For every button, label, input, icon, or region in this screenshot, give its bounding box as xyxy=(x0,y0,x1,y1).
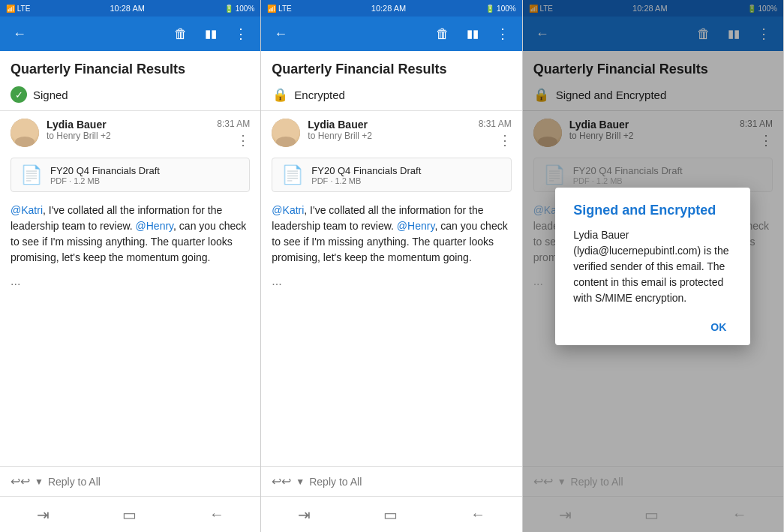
bottom-nav-1: ⇥ ▭ ← xyxy=(0,496,260,532)
status-bar-2: 📶 LTE 10:28 AM 🔋 100% xyxy=(261,0,521,17)
reply-icon-1: ↩↩ xyxy=(11,474,30,488)
email-time-area-2: 8:31 AM ⋮ xyxy=(479,119,512,149)
nav-back-2[interactable]: ← xyxy=(470,506,485,523)
more-dots-2: ··· xyxy=(261,273,521,299)
sender-name-1: Lydia Bauer xyxy=(47,119,209,131)
reply-chevron-1[interactable]: ▼ xyxy=(35,476,44,487)
status-right-2: 🔋 100% xyxy=(485,5,515,13)
nav-copy-1[interactable]: ▭ xyxy=(122,506,137,524)
attachment-2[interactable]: 📄 FY20 Q4 Financials Draft PDF · 1.2 MB xyxy=(272,158,511,192)
email-content-2: Quarterly Financial Results 🔒 Encrypted … xyxy=(261,51,521,466)
dialog-overlay: Signed and Encrypted Lydia Bauer (lydia@… xyxy=(523,0,783,532)
dialog-body: Lydia Bauer (lydia@lucernepubintl.com) i… xyxy=(573,227,732,306)
attach-info-2: FY20 Q4 Financials Draft PDF · 1.2 MB xyxy=(311,165,421,185)
security-dialog: Signed and Encrypted Lydia Bauer (lydia@… xyxy=(555,188,750,345)
panel-both: 📶 LTE 10:28 AM 🔋 100% ← 🗑 ▮▮ ⋮ Quarterly… xyxy=(523,0,784,532)
email-time-2: 8:31 AM xyxy=(479,119,512,129)
mention-katri-2: @Katri xyxy=(272,204,304,216)
security-badge-2[interactable]: 🔒 Encrypted xyxy=(261,83,521,110)
attach-name-2: FY20 Q4 Financials Draft xyxy=(311,165,421,176)
email-header-1: Lydia Bauer to Henry Brill +2 8:31 AM ⋮ xyxy=(0,111,260,155)
nav-forward-1[interactable]: ⇥ xyxy=(37,506,50,524)
panel-signed: 📶 LTE 10:28 AM 🔋 100% ← 🗑 ▮▮ ⋮ Quarterly… xyxy=(0,0,261,532)
status-left-2: 📶 LTE xyxy=(267,5,291,13)
reply-label-1[interactable]: Reply to All xyxy=(48,476,101,488)
email-content-1: Quarterly Financial Results ✓ Signed Lyd… xyxy=(0,51,260,466)
attachment-1[interactable]: 📄 FY20 Q4 Financials Draft PDF · 1.2 MB xyxy=(11,158,250,192)
recipient-1: to Henry Brill +2 xyxy=(47,131,209,141)
recipient-2: to Henry Brill +2 xyxy=(308,131,470,141)
attach-name-1: FY20 Q4 Financials Draft xyxy=(50,165,160,176)
avatar-face-2 xyxy=(272,119,300,147)
reply-chevron-2[interactable]: ▼ xyxy=(296,476,305,487)
avatar-face-1 xyxy=(11,119,39,147)
top-bar-2: ← 🗑 ▮▮ ⋮ xyxy=(261,17,521,51)
dialog-actions: OK xyxy=(573,318,732,336)
reply-bar-1: ↩↩ ▼ Reply to All xyxy=(0,466,260,496)
mention-henry-2: @Henry xyxy=(397,220,435,232)
archive-button-1[interactable]: ▮▮ xyxy=(197,20,224,47)
signed-icon-1: ✓ xyxy=(11,86,27,103)
email-subject-1: Quarterly Financial Results xyxy=(0,51,260,83)
security-label-1: Signed xyxy=(33,89,68,101)
mention-katri-1: @Katri xyxy=(11,204,43,216)
attach-info-1: FY20 Q4 Financials Draft PDF · 1.2 MB xyxy=(50,165,160,185)
status-time-2: 10:28 AM xyxy=(371,4,406,13)
delete-button-2[interactable]: 🗑 xyxy=(429,20,456,47)
email-subject-2: Quarterly Financial Results xyxy=(261,51,521,83)
more-button-1[interactable]: ⋮ xyxy=(227,20,254,47)
email-time-area-1: 8:31 AM ⋮ xyxy=(217,119,250,149)
delete-button-1[interactable]: 🗑 xyxy=(167,20,194,47)
email-body-1: @Katri, I've collated all the informatio… xyxy=(0,200,260,273)
avatar-1 xyxy=(11,119,39,147)
status-left-1: 📶 LTE xyxy=(6,5,30,13)
message-more-2[interactable]: ⋮ xyxy=(498,132,512,149)
status-time-1: 10:28 AM xyxy=(110,4,144,13)
nav-back-1[interactable]: ← xyxy=(209,506,224,523)
pdf-icon-2: 📄 xyxy=(281,164,304,185)
pdf-icon-1: 📄 xyxy=(20,164,43,185)
more-button-2[interactable]: ⋮ xyxy=(489,20,516,47)
top-bar-1: ← 🗑 ▮▮ ⋮ xyxy=(0,17,260,51)
email-time-1: 8:31 AM xyxy=(217,119,250,129)
security-label-2: Encrypted xyxy=(294,89,345,101)
dialog-title: Signed and Encrypted xyxy=(573,203,732,218)
dialog-ok-button[interactable]: OK xyxy=(704,318,732,336)
back-button-1[interactable]: ← xyxy=(6,20,33,47)
reply-bar-2: ↩↩ ▼ Reply to All xyxy=(261,466,521,496)
avatar-2 xyxy=(272,119,300,147)
nav-forward-2[interactable]: ⇥ xyxy=(298,506,311,524)
encrypted-icon-2: 🔒 xyxy=(272,86,288,103)
status-bar-1: 📶 LTE 10:28 AM 🔋 100% xyxy=(0,0,260,17)
attach-meta-1: PDF · 1.2 MB xyxy=(50,176,160,185)
sender-name-2: Lydia Bauer xyxy=(308,119,470,131)
panel-encrypted: 📶 LTE 10:28 AM 🔋 100% ← 🗑 ▮▮ ⋮ Quarterly… xyxy=(261,0,522,532)
email-meta-1: Lydia Bauer to Henry Brill +2 xyxy=(47,119,209,141)
reply-label-2[interactable]: Reply to All xyxy=(309,476,362,488)
reply-icon-2: ↩↩ xyxy=(272,474,291,488)
back-button-2[interactable]: ← xyxy=(267,20,294,47)
mention-henry-1: @Henry xyxy=(136,220,174,232)
nav-copy-2[interactable]: ▭ xyxy=(383,506,398,524)
more-dots-1: ··· xyxy=(0,273,260,299)
security-badge-1[interactable]: ✓ Signed xyxy=(0,83,260,110)
email-header-2: Lydia Bauer to Henry Brill +2 8:31 AM ⋮ xyxy=(261,111,521,155)
email-meta-2: Lydia Bauer to Henry Brill +2 xyxy=(308,119,470,141)
archive-button-2[interactable]: ▮▮ xyxy=(459,20,486,47)
email-body-2: @Katri, I've collated all the informatio… xyxy=(261,200,521,273)
bottom-nav-2: ⇥ ▭ ← xyxy=(261,496,521,532)
status-right-1: 🔋 100% xyxy=(224,5,254,13)
message-more-1[interactable]: ⋮ xyxy=(236,132,250,149)
attach-meta-2: PDF · 1.2 MB xyxy=(311,176,421,185)
